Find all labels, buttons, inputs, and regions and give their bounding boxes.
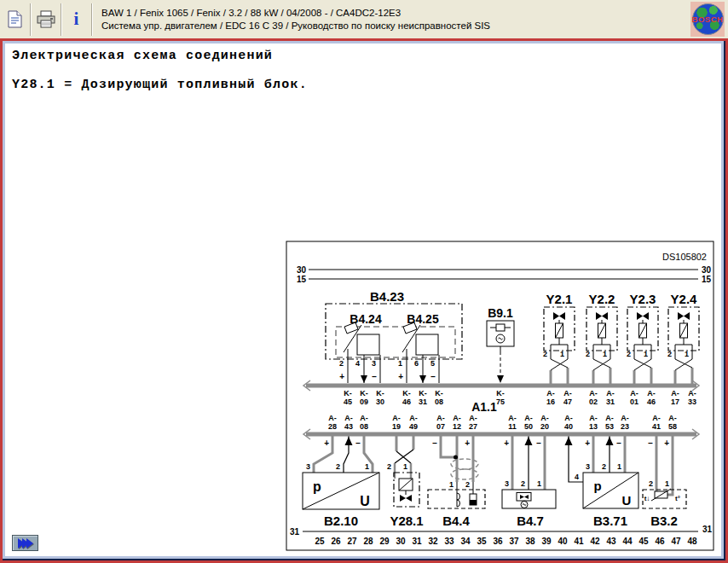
components-y2-injectors [544, 307, 699, 385]
diagram-label: 07 [436, 422, 445, 431]
diagram-label: 31 [419, 398, 427, 406]
diagram-label: B2.10 [324, 514, 358, 528]
diagram-label: 12 [453, 422, 461, 431]
diagram-label: A- [360, 414, 368, 422]
diagram-label: 2 [521, 479, 525, 488]
diagram-label: 1 [403, 462, 407, 471]
toolbar-separator [91, 3, 92, 36]
diagram-label: K- [402, 389, 411, 398]
diagram-label: A- [344, 414, 353, 422]
diagram-label: 2 [586, 350, 590, 358]
diagram-label: 4 [355, 359, 360, 368]
diagram-label: + [324, 438, 329, 448]
diagram-label: 3 [372, 359, 376, 368]
diagram-label: − [536, 438, 541, 448]
legend-note: Y28.1 = Дозирующий топливный блок. [12, 78, 308, 92]
diagram-label: Y2.2 [589, 292, 615, 306]
diagram-label: 23 [621, 422, 629, 431]
diagram-label: 02 [589, 398, 598, 406]
diagram-label: B9.1 [488, 306, 513, 320]
diagram-label: A- [621, 414, 629, 422]
info-button[interactable]: i [63, 3, 90, 36]
diagram-label: 43 [606, 537, 616, 546]
diagram-label: 15 [702, 275, 712, 284]
diagram-label: 2 [667, 350, 672, 358]
print-button[interactable] [32, 3, 59, 36]
diagram-label: 2 [602, 462, 606, 471]
diagram-label: + [664, 438, 669, 448]
diagram-label: A- [652, 414, 661, 422]
diagram-label: 29 [379, 537, 390, 546]
diagram-label: 25 [315, 537, 325, 546]
diagram-label: + [339, 372, 344, 381]
diagram-label: Y2.3 [630, 292, 656, 306]
diagram-label: A- [564, 414, 573, 422]
diagram-label: 46 [655, 537, 665, 546]
diagram-label: A- [563, 389, 572, 398]
diagram-label: 19 [392, 422, 401, 431]
next-page-button[interactable] [12, 535, 38, 551]
vehicle-title-block: BAW 1 / Fenix 1065 / Fenix / 3.2 / 88 kW… [101, 7, 490, 32]
diagram-label: − [616, 438, 621, 448]
diagram-label: 41 [652, 422, 661, 431]
diagram-label: 1 [617, 462, 621, 471]
diagram-label: B4.24 [350, 312, 382, 326]
diagram-label: K- [376, 389, 384, 398]
diagram-label: + [504, 438, 509, 448]
diagram-label: 5 [430, 359, 435, 368]
diagram-label: + [465, 438, 470, 448]
diagram-label: 09 [360, 398, 368, 406]
diagram-label: 41 [574, 537, 584, 546]
diagram-label: 30 [376, 398, 384, 406]
diagram-label: − [432, 438, 437, 448]
diagram-label: 35 [477, 537, 487, 546]
bosch-logo: BOSCH [690, 2, 725, 37]
diagram-label: 30 [702, 265, 712, 275]
diagram-label: 30 [396, 537, 406, 546]
diagram-label: A- [469, 414, 477, 422]
diagram-label: 31 [290, 527, 300, 537]
diagram-label: 11 [508, 422, 517, 431]
diagram-label: + [585, 438, 590, 448]
diagram-label: 42 [590, 537, 600, 546]
document-icon [8, 10, 22, 28]
diagram-label: A- [508, 414, 517, 422]
diagram-label: 47 [563, 398, 572, 406]
document-area: Электрическая схема соединений Y28.1 = Д… [3, 41, 724, 559]
toolbar: i BAW 1 / Fenix 1065 / Fenix / 3.2 / 88 … [0, 0, 728, 38]
diagram-label: 40 [558, 537, 568, 546]
diagram-label: 46 [402, 398, 411, 406]
diagram-label: A1.1 [471, 400, 497, 414]
diagram-label: 39 [541, 537, 552, 546]
diagram-label: 2 [649, 479, 653, 488]
diagram-label: 2 [627, 350, 631, 358]
diagram-label: 45 [344, 398, 352, 406]
globe-icon: BOSCH [692, 3, 724, 35]
toolbar-separator [30, 3, 31, 36]
diagram-label: 13 [589, 422, 598, 431]
document-button[interactable] [2, 3, 28, 36]
diagram-label: DS105802 [662, 252, 707, 262]
diagram-label: 40 [564, 422, 573, 431]
component-b4-23 [326, 304, 462, 383]
diagram-label: 32 [428, 537, 438, 546]
content-panel: Электрическая схема соединений Y28.1 = Д… [0, 38, 728, 563]
diagram-label: 2 [465, 480, 470, 489]
diagram-label: A- [605, 414, 614, 422]
diagram-label: A- [647, 389, 656, 398]
fast-forward-icon [18, 538, 33, 548]
diagram-label: Y28.1 [390, 514, 423, 528]
diagram-label: 36 [493, 537, 503, 546]
diagram-label: 45 [638, 537, 649, 546]
diagram-label: 4 [575, 473, 579, 481]
diagram-label: 1 [560, 350, 564, 358]
diagram-label: 16 [546, 398, 555, 406]
diagram-label: 1 [685, 350, 689, 358]
diagram-label: A- [589, 389, 598, 398]
system-title-line2: Система упр. двигателем / EDC 16 C 39 / … [101, 20, 490, 32]
diagram-label: 38 [525, 537, 535, 546]
diagram-label: 26 [331, 537, 341, 546]
diagram-label: 1 [449, 480, 454, 489]
diagram-label: 15 [297, 275, 307, 284]
diagram-label: 2 [387, 462, 391, 471]
